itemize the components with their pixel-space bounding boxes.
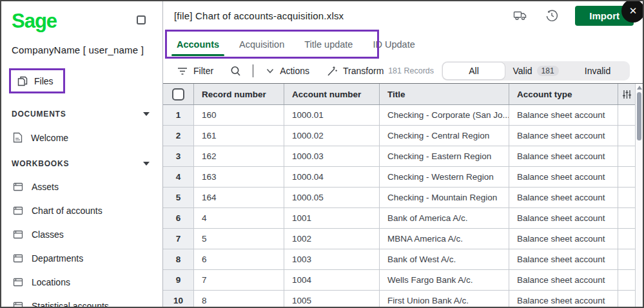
grid-body: 11601000.01Checking - Corporate (San Jo.… — [163, 105, 643, 307]
sidebar-item-label: Locations — [32, 277, 70, 287]
row-number: 4 — [163, 167, 194, 187]
document-icon — [13, 132, 23, 143]
cell-record-number: 161 — [194, 126, 284, 146]
sidebar-nav: DOCUMENTSWelcomeWORKBOOKSAssetsChart of … — [1, 110, 162, 308]
close-button[interactable]: ✕ — [621, 0, 644, 23]
row-number: 9 — [163, 270, 194, 290]
select-all-checkbox[interactable] — [172, 88, 184, 101]
tabs-row: AccountsAcquisitionTitle updateID Update — [163, 30, 643, 59]
segment-label: All — [469, 66, 479, 76]
tab-acquisition[interactable]: Acquisition — [238, 31, 286, 58]
app-window: Sage CompanyName [ user_name ] Files DOC… — [0, 0, 644, 308]
transform-button[interactable]: Transform — [325, 63, 385, 79]
history-button[interactable] — [544, 8, 560, 23]
cell-title: First Union Bank A/c. — [380, 291, 509, 307]
column-header-account-type[interactable]: Account type — [509, 84, 618, 104]
cell-account-number: 1004 — [284, 270, 380, 290]
cell-account-type: Balance sheet account — [509, 146, 618, 166]
row-number: 6 — [163, 208, 194, 228]
cell-title: Bank of America A/c. — [380, 208, 509, 228]
cell-title: Checking - Eastern Region — [380, 146, 509, 166]
sidebar-item-departments[interactable]: Departments — [13, 253, 152, 264]
cell-account-number: 1000.03 — [284, 146, 380, 166]
sidebar-collapse-icon[interactable] — [137, 15, 146, 24]
export-truck-button[interactable] — [512, 8, 529, 23]
table-row[interactable]: 11601000.01Checking - Corporate (San Jo.… — [163, 105, 643, 126]
cell-title: Checking - Central Region — [380, 126, 509, 146]
record-filter-segmented-control: AllValid181Invalid — [442, 61, 630, 81]
table-row[interactable]: 641001Bank of America A/c.Balance sheet … — [163, 208, 643, 229]
cell-title: MBNA America A/c. — [380, 229, 509, 249]
main-panel: [file] Chart of accounts-acquisition.xls… — [163, 1, 643, 307]
scrollbar-up-arrow-icon[interactable] — [637, 86, 642, 90]
vertical-scrollbar[interactable] — [635, 84, 643, 307]
sidebar-section-header-documents[interactable]: DOCUMENTS — [12, 110, 150, 119]
tab-bar: AccountsAcquisitionTitle updateID Update — [163, 30, 643, 59]
workbook-icon — [13, 182, 23, 191]
sidebar-item-label: Classes — [32, 229, 64, 240]
files-button[interactable]: Files — [9, 68, 65, 93]
sidebar-section-label: DOCUMENTS — [12, 110, 66, 119]
scrollbar-thumb[interactable] — [637, 92, 641, 140]
sidebar: Sage CompanyName [ user_name ] Files DOC… — [1, 1, 163, 307]
column-header-record-number[interactable]: Record number — [194, 84, 284, 104]
grid-header-checkbox-cell — [163, 84, 194, 104]
actions-button[interactable]: Actions — [265, 63, 311, 79]
transform-label: Transform — [343, 66, 384, 76]
sidebar-item-chart-of-accounts[interactable]: Chart of accounts — [13, 206, 152, 216]
files-icon — [17, 75, 28, 86]
data-grid: Record numberAccount numberTitleAccount … — [163, 83, 643, 307]
cell-spacer — [618, 105, 636, 125]
cell-account-number: 1002 — [284, 229, 380, 249]
sidebar-item-statistical-accounts[interactable]: Statistical accounts — [13, 301, 152, 308]
table-row[interactable]: 861003Bank of West A/c.Balance sheet acc… — [163, 249, 643, 270]
tab-title-update[interactable]: Title update — [303, 31, 354, 58]
table-row[interactable]: 21611000.02Checking - Central RegionBala… — [163, 126, 643, 146]
magic-wand-icon — [326, 66, 337, 76]
table-row[interactable]: 971004Wells Fargo Bank A/c.Balance sheet… — [163, 270, 643, 291]
table-row[interactable]: 41631000.04Checking - Western RegionBala… — [163, 167, 643, 188]
cell-spacer — [618, 188, 636, 207]
cell-title: Bank of West A/c. — [380, 249, 509, 269]
cell-account-number: 1001 — [284, 208, 380, 228]
table-row[interactable]: 751002MBNA America A/c.Balance sheet acc… — [163, 229, 643, 249]
caret-down-icon — [143, 162, 150, 166]
filter-button[interactable]: Filter — [176, 63, 215, 79]
search-button[interactable] — [229, 64, 242, 78]
table-row[interactable]: 31621000.03Checking - Eastern RegionBala… — [163, 146, 643, 167]
sidebar-section-header-workbooks[interactable]: WORKBOOKS — [12, 159, 150, 168]
row-number: 1 — [163, 105, 194, 125]
segment-label: Invalid — [585, 66, 610, 76]
sage-logo: Sage — [12, 9, 57, 34]
segment-valid-badge: 181 — [537, 66, 559, 76]
sidebar-item-welcome[interactable]: Welcome — [13, 132, 152, 143]
table-row[interactable]: 51641000.05Checking - Mountain RegionBal… — [163, 188, 643, 208]
sidebar-item-assets[interactable]: Assets — [13, 182, 152, 192]
row-number: 3 — [163, 146, 194, 166]
column-settings-icon[interactable] — [622, 90, 632, 99]
cell-spacer — [618, 291, 636, 307]
tab-id-update[interactable]: ID Update — [371, 31, 416, 58]
sidebar-item-label: Chart of accounts — [32, 206, 102, 216]
tab-accounts[interactable]: Accounts — [175, 31, 220, 58]
column-header-title[interactable]: Title — [380, 84, 509, 104]
cell-account-number: 1000.05 — [284, 188, 380, 207]
column-header-account-number[interactable]: Account number — [284, 84, 380, 104]
table-row[interactable]: 1081005First Union Bank A/c.Balance shee… — [163, 291, 643, 307]
segment-valid[interactable]: Valid181 — [505, 63, 567, 79]
segment-invalid[interactable]: Invalid — [567, 63, 629, 79]
sidebar-item-classes[interactable]: Classes — [13, 229, 152, 240]
cell-account-type: Balance sheet account — [509, 270, 618, 290]
cell-account-type: Balance sheet account — [509, 188, 618, 207]
cell-record-number: 6 — [194, 249, 284, 269]
cell-record-number: 163 — [194, 167, 284, 187]
cell-title: Wells Fargo Bank A/c. — [380, 270, 509, 290]
segment-label: Valid — [512, 66, 532, 76]
cell-account-type: Balance sheet account — [509, 105, 618, 125]
cell-record-number: 8 — [194, 291, 284, 307]
cell-title: Checking - Western Region — [380, 167, 509, 187]
sidebar-item-locations[interactable]: Locations — [13, 277, 152, 287]
cell-title: Checking - Mountain Region — [380, 188, 509, 207]
segment-all[interactable]: All — [443, 63, 505, 79]
cell-spacer — [618, 167, 636, 187]
